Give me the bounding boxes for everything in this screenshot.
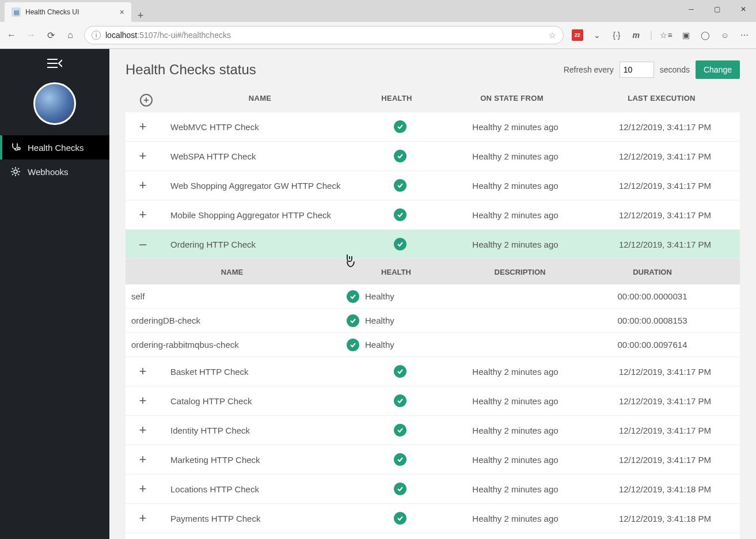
subcol-description: DESCRIPTION [454, 268, 586, 276]
row-exec: 12/12/2019, 3:41:17 PM [590, 115, 740, 139]
check-icon [394, 208, 407, 221]
table-row[interactable]: +Marketing HTTP CheckHealthy 2 minutes a… [126, 445, 740, 475]
table-row[interactable]: +Payments HTTP CheckHealthy 2 minutes ag… [126, 504, 740, 533]
more-menu-icon[interactable]: ⋯ [739, 29, 750, 41]
row-health [360, 505, 440, 532]
row-name: Locations HTTP Check [160, 477, 360, 501]
row-name: Catalog HTTP Check [160, 389, 360, 413]
address-row: ← → ⟳ ⌂ i localhost:5107/hc-ui#/healthch… [0, 22, 756, 48]
row-state: Healthy 2 minutes ago [440, 448, 590, 472]
expand-icon[interactable]: + [126, 504, 160, 533]
back-icon[interactable]: ← [6, 30, 17, 40]
col-health-header: HEALTH [356, 94, 437, 107]
app-root: Health Checks Webhooks Health Checks sta… [0, 49, 756, 539]
row-health [360, 143, 440, 169]
browser-chrome: ─ ▢ ✕ ▤ Health Checks UI × + ← → ⟳ ⌂ i l… [0, 0, 756, 49]
table-row[interactable]: +Web Shopping Aggregator GW HTTP CheckHe… [126, 171, 740, 200]
expand-icon[interactable]: + [126, 445, 160, 474]
window-close[interactable]: ✕ [730, 0, 756, 18]
expand-icon[interactable]: + [126, 416, 160, 445]
subtable-row: ordering-rabbitmqbus-check Healthy00:00:… [126, 333, 740, 357]
expand-icon[interactable]: + [126, 200, 160, 229]
header-row: Health Checks status Refresh every secon… [126, 60, 740, 79]
sidebar-item-webhooks[interactable]: Webhooks [0, 160, 109, 184]
avatar [33, 82, 76, 125]
row-exec: 12/12/2019, 3:41:17 PM [590, 448, 740, 472]
row-state: Healthy 2 minutes ago [440, 477, 590, 501]
row-name: Basket HTTP Check [160, 360, 360, 384]
change-button[interactable]: Change [696, 60, 740, 79]
sidebar-toggle-icon[interactable] [0, 49, 109, 78]
window-minimize[interactable]: ─ [678, 0, 704, 18]
check-icon [394, 150, 407, 162]
sidebar-item-healthchecks[interactable]: Health Checks [0, 135, 109, 160]
expand-icon[interactable]: + [126, 171, 160, 200]
favorite-star-icon[interactable]: ☆ [549, 31, 556, 40]
expand-all-icon[interactable]: + [129, 94, 164, 107]
window-maximize[interactable]: ▢ [704, 0, 730, 18]
stethoscope-icon [10, 142, 21, 153]
tab-title: Health Checks UI [25, 8, 79, 16]
collections-icon[interactable]: ▣ [680, 29, 692, 41]
row-exec: 12/12/2019, 3:41:17 PM [590, 419, 740, 442]
tab-favicon-icon: ▤ [12, 7, 21, 17]
table-row[interactable]: +Identity HTTP CheckHealthy 2 minutes ag… [126, 416, 740, 445]
row-name: WebSPA HTTP Check [160, 145, 360, 168]
calendar-ext-icon[interactable]: 22 [572, 29, 583, 41]
expand-icon[interactable]: + [126, 386, 160, 415]
table-row[interactable]: +Catalog HTTP CheckHealthy 2 minutes ago… [126, 386, 740, 416]
row-name: WebMVC HTTP Check [160, 115, 360, 139]
favorites-icon[interactable]: ☆≡ [660, 29, 672, 41]
subcol-health: HEALTH [339, 268, 454, 276]
forward-icon[interactable]: → [25, 30, 37, 40]
browser-tab[interactable]: ▤ Health Checks UI × [5, 2, 131, 22]
home-icon[interactable]: ⌂ [64, 30, 76, 40]
braces-ext-icon[interactable]: {·} [611, 29, 622, 41]
expand-icon[interactable]: + [126, 357, 160, 386]
expand-icon[interactable]: + [126, 533, 160, 539]
row-name: Web Shopping Aggregator GW HTTP Check [160, 174, 360, 198]
expand-icon[interactable]: + [126, 142, 160, 170]
table-row[interactable]: +WebSPA HTTP CheckHealthy 2 minutes ago1… [126, 142, 740, 171]
avatar-wrap [0, 78, 109, 135]
refresh-label-right: seconds [660, 65, 690, 74]
row-health [360, 202, 440, 228]
profile-icon[interactable]: ◯ [700, 29, 711, 41]
feedback-icon[interactable]: ☺ [719, 29, 731, 41]
table-row[interactable]: +Ordering SignalRHub HTTP CheckHealthy 2… [126, 533, 740, 539]
table-row[interactable]: +WebMVC HTTP CheckHealthy 2 minutes ago1… [126, 112, 740, 142]
col-name-header: NAME [164, 94, 356, 107]
collapse-icon[interactable]: – [126, 230, 160, 259]
row-exec: 12/12/2019, 3:41:17 PM [590, 360, 740, 384]
table-row[interactable]: +Basket HTTP CheckHealthy 2 minutes ago1… [126, 357, 740, 386]
refresh-label-left: Refresh every [564, 65, 614, 74]
row-exec: 12/12/2019, 3:41:18 PM [590, 477, 740, 501]
pocket-ext-icon[interactable]: ⌄ [591, 29, 603, 41]
table-row[interactable]: +Locations HTTP CheckHealthy 2 minutes a… [126, 475, 740, 504]
row-exec: 12/12/2019, 3:41:18 PM [590, 536, 740, 540]
extension-icons: 22 ⌄ {·} m | ☆≡ ▣ ◯ ☺ ⋯ [572, 29, 750, 41]
row-exec: 12/12/2019, 3:41:17 PM [590, 174, 740, 198]
expand-icon[interactable]: + [126, 112, 160, 141]
subtable-row: self Healthy00:00:00.0000031 [126, 284, 740, 309]
refresh-icon[interactable]: ⟳ [45, 30, 56, 41]
close-tab-icon[interactable]: × [120, 7, 124, 17]
subrow-health: Healthy [339, 339, 454, 351]
row-health [360, 417, 440, 443]
table-row[interactable]: +Mobile Shopping Aggregator HTTP CheckHe… [126, 200, 740, 230]
row-exec: 12/12/2019, 3:41:17 PM [590, 203, 740, 227]
url-text: localhost:5107/hc-ui#/healthchecks [105, 31, 231, 40]
info-icon: i [92, 31, 101, 40]
expand-icon[interactable]: + [126, 475, 160, 503]
address-bar[interactable]: i localhost:5107/hc-ui#/healthchecks ☆ [84, 26, 564, 44]
m-ext-icon[interactable]: m [630, 29, 642, 41]
col-state-header: ON STATE FROM [437, 94, 587, 107]
subrow-health: Healthy [339, 290, 454, 303]
refresh-interval-input[interactable] [620, 62, 654, 78]
subrow-duration: 00:00:00.0008153 [586, 316, 719, 325]
new-tab-button[interactable]: + [131, 10, 150, 22]
table-row[interactable]: –Ordering HTTP CheckHealthy 2 minutes ag… [126, 230, 740, 259]
row-name: Mobile Shopping Aggregator HTTP Check [160, 203, 360, 227]
row-name: Identity HTTP Check [160, 419, 360, 442]
row-state: Healthy 2 minutes ago [440, 115, 590, 139]
